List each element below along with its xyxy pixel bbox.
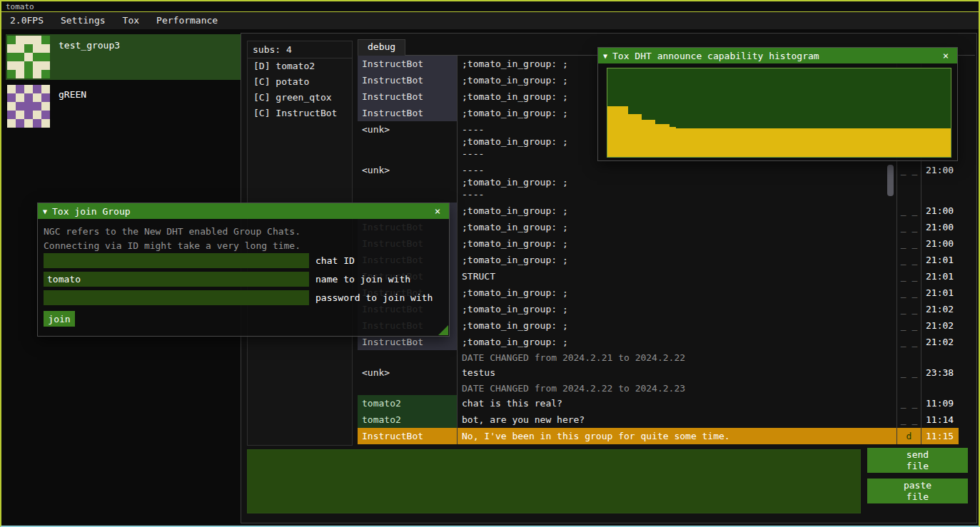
group-name: test_group3 [59,36,120,51]
histogram-bar [731,128,738,157]
join-field-chat-id[interactable] [44,253,309,268]
message-flags: d [897,428,921,444]
histogram-bar [628,114,635,157]
group-avatar [7,85,50,128]
message-flags: _ _ [897,364,921,381]
histogram-bar [903,128,910,157]
message-flags: _ _ [897,203,921,219]
message-text: ;tomato_in_group: ; [458,203,897,219]
message-flags [897,381,921,395]
message-text: ;tomato_in_group: ; [458,285,897,301]
histogram-bar [924,128,931,157]
peer-item[interactable]: [C] green_qtox [248,90,352,106]
message-time: 23:38 [921,364,959,381]
peer-item[interactable]: [C] InstructBot [248,106,352,121]
message-row[interactable]: <unk>---- ;tomato_in_group: ; ----_ _21:… [358,162,961,203]
message-author: <unk> [358,364,458,381]
message-input[interactable] [247,449,861,513]
histogram-bar [807,128,814,157]
histogram-bar [635,114,642,157]
message-time: 21:02 [921,301,959,317]
peer-item[interactable]: [D] tomato2 [248,58,352,74]
date-divider-text: DATE CHANGED from 2024.2.21 to 2024.2.22 [458,350,897,364]
join-fields: chat IDname to join withpassword to join… [44,253,443,305]
join-field-row: chat ID [44,253,443,268]
histogram-bar [889,128,896,157]
message-author: InstructBot [358,88,458,105]
group-item-gREEN[interactable]: gREEN [6,83,241,129]
message-time: 21:00 [921,235,959,252]
histogram-window-titlebar[interactable]: ▼ Tox DHT announce capability histogram … [598,48,957,63]
group-item-test_group3[interactable]: test_group3 [6,34,241,80]
join-window-titlebar[interactable]: ▼ Tox join Group × [38,203,449,219]
histogram-bar [827,128,834,157]
histogram-bar [704,128,711,157]
join-field-row: name to join with [44,272,443,287]
histogram-bar [745,128,752,157]
peer-item[interactable]: [C] potato [248,74,352,90]
histogram-bar [944,128,951,157]
menu-item-settings[interactable]: Settings [52,12,114,29]
message-row[interactable]: tomato2bot, are you new here?_ _11:14 [358,411,961,428]
collapse-arrow-icon[interactable]: ▼ [603,52,607,60]
histogram-bar [841,128,848,157]
histogram-window-title: Tox DHT announce capability histogram [612,51,934,61]
histogram-bar [717,128,724,157]
message-flags: _ _ [897,317,921,334]
histogram-bar [642,120,649,157]
message-author: tomato2 [358,411,458,428]
message-time: 21:00 [921,219,959,235]
message-time: 21:01 [921,252,959,268]
app-window: tomato 2.0FPS SettingsToxPerformance tes… [0,0,980,527]
message-text: chat is this real? [458,395,897,411]
join-field-label: password to join with [315,292,433,303]
histogram-bar [615,106,622,157]
histogram-bar [690,128,697,157]
send-file-button[interactable]: send file [867,448,968,473]
menu-item-tox[interactable]: Tox [114,12,148,29]
join-field-password[interactable] [44,290,309,305]
collapse-arrow-icon[interactable]: ▼ [43,208,47,215]
histogram-plot [607,68,951,158]
resize-grip[interactable] [438,325,448,335]
histogram-bar [759,128,766,157]
message-text: bot, are you new here? [458,411,897,428]
histogram-bar [848,128,855,157]
paste-file-button[interactable]: paste file [867,479,968,503]
join-group-window: ▼ Tox join Group × NGC refers to the New… [37,203,450,337]
message-row[interactable]: InstructBotNo, I've been in this group f… [358,428,961,444]
histogram-bar [937,128,944,157]
histogram-bar [855,128,862,157]
date-divider-text: DATE CHANGED from 2024.2.22 to 2024.2.23 [458,381,897,395]
message-flags: _ _ [897,219,921,235]
close-icon[interactable]: × [431,205,444,217]
histogram-bar [779,128,787,157]
message-row[interactable]: tomato2chat is this real?_ _11:09 [358,395,961,411]
join-button[interactable]: join [44,311,75,327]
date-divider: DATE CHANGED from 2024.2.21 to 2024.2.22 [358,350,961,364]
chat-scrollbar[interactable] [887,165,894,196]
close-icon[interactable]: × [939,50,952,61]
join-info-text: NGC refers to the New DHT enabled Group … [44,225,443,253]
join-field-name[interactable] [44,272,309,287]
join-info-line: NGC refers to the New DHT enabled Group … [44,225,443,239]
menu-item-performance[interactable]: Performance [148,12,226,29]
message-time: 21:01 [921,268,959,285]
join-window-title: Tox join Group [52,206,426,217]
message-text: ;tomato_in_group: ; [458,235,897,252]
histogram-bar [814,128,821,157]
message-flags: _ _ [897,252,921,268]
message-author: tomato2 [358,395,458,411]
histogram-bar [649,120,656,157]
message-text: testus [458,364,897,381]
message-row[interactable]: <unk>testus_ _23:38 [358,364,961,381]
message-time [921,350,959,364]
message-time: 21:02 [921,334,959,350]
histogram-bar [683,128,690,157]
tab-debug[interactable]: debug [358,39,405,56]
message-text: ---- ;tomato_in_group: ; ---- [458,162,897,203]
histogram-bar [800,128,807,157]
histogram-bar [786,128,793,157]
join-field-label: name to join with [315,274,410,285]
histogram-bar [607,106,615,157]
